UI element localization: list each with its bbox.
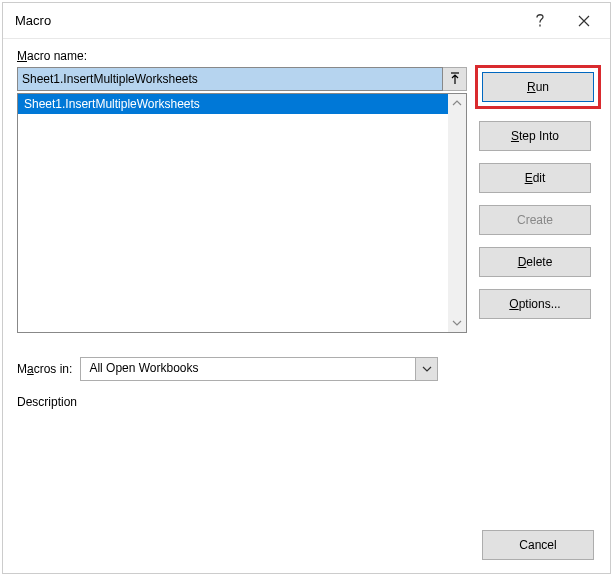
macro-dialog: Macro Macro name: Sheet1.Insert bbox=[2, 2, 611, 574]
close-icon bbox=[578, 15, 590, 27]
macro-name-row bbox=[17, 67, 467, 91]
create-button: Create bbox=[479, 205, 591, 235]
go-to-macro-button[interactable] bbox=[443, 67, 467, 91]
macro-name-input[interactable] bbox=[17, 67, 443, 91]
macros-in-row: Macros in: All Open Workbooks bbox=[17, 357, 467, 381]
options-button[interactable]: Options... bbox=[479, 289, 591, 319]
edit-button[interactable]: Edit bbox=[479, 163, 591, 193]
macro-list-container: Sheet1.InsertMultipleWorksheets bbox=[17, 93, 467, 333]
footer: Cancel bbox=[3, 517, 610, 573]
help-icon bbox=[535, 13, 545, 29]
go-icon bbox=[449, 72, 461, 86]
titlebar: Macro bbox=[3, 3, 610, 39]
scrollbar[interactable] bbox=[448, 94, 466, 332]
macros-in-label: Macros in: bbox=[17, 362, 72, 376]
combo-dropdown-button[interactable] bbox=[415, 358, 437, 380]
left-panel: Macro name: Sheet1.InsertMultipleWorkshe… bbox=[17, 49, 467, 505]
close-button[interactable] bbox=[562, 6, 606, 36]
run-highlight: Run bbox=[475, 65, 601, 109]
dialog-title: Macro bbox=[15, 13, 518, 28]
description-label: Description bbox=[17, 395, 467, 409]
scroll-up-icon[interactable] bbox=[448, 94, 466, 112]
macros-in-value: All Open Workbooks bbox=[81, 358, 415, 380]
cancel-button[interactable]: Cancel bbox=[482, 530, 594, 560]
macro-name-label: Macro name: bbox=[17, 49, 467, 63]
scroll-down-icon[interactable] bbox=[448, 314, 466, 332]
run-button[interactable]: Run bbox=[482, 72, 594, 102]
button-panel: Run Step Into Edit Create Delete Options… bbox=[479, 69, 597, 505]
help-button[interactable] bbox=[518, 6, 562, 36]
chevron-down-icon bbox=[422, 366, 432, 372]
dialog-body: Macro name: Sheet1.InsertMultipleWorkshe… bbox=[3, 39, 610, 517]
delete-button[interactable]: Delete bbox=[479, 247, 591, 277]
step-into-button[interactable]: Step Into bbox=[479, 121, 591, 151]
macro-listbox[interactable]: Sheet1.InsertMultipleWorksheets bbox=[18, 94, 448, 332]
list-item[interactable]: Sheet1.InsertMultipleWorksheets bbox=[18, 94, 448, 114]
macros-in-combo[interactable]: All Open Workbooks bbox=[80, 357, 438, 381]
